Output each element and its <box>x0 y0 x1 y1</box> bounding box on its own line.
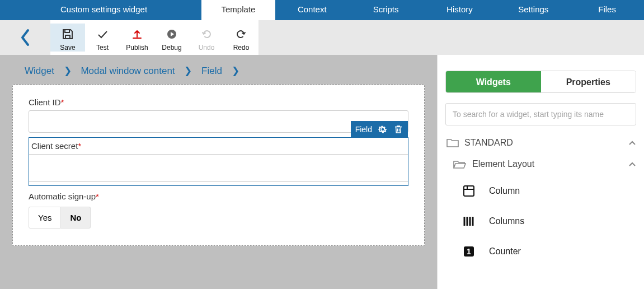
tab-template[interactable]: Template <box>201 0 275 20</box>
counter-icon: 1 <box>459 245 479 258</box>
crumb-modal[interactable]: Modal window content <box>81 66 175 76</box>
auto-signup-toggle: Yes No <box>29 207 408 229</box>
folder-icon <box>446 138 459 148</box>
publish-button[interactable]: Publish <box>120 24 154 52</box>
widget-counter[interactable]: 1 Counter <box>459 236 636 267</box>
toggle-no[interactable]: No <box>61 207 91 229</box>
breadcrumb: Widget ❯ Modal window content ❯ Field ❯ <box>0 55 437 85</box>
column-icon <box>459 184 479 198</box>
widget-search-input[interactable] <box>445 103 636 125</box>
widget-counter-label: Counter <box>489 246 521 257</box>
widget-column[interactable]: Column <box>459 176 636 206</box>
canvas: Widget ❯ Modal window content ❯ Field ❯ … <box>0 55 437 289</box>
svg-rect-2 <box>464 186 474 196</box>
test-button[interactable]: Test <box>85 24 120 52</box>
save-button[interactable]: Save <box>50 24 85 52</box>
tab-history[interactable]: History <box>422 0 496 20</box>
crumb-widget[interactable]: Widget <box>25 66 54 76</box>
client-secret-label: Client secret* <box>31 141 408 151</box>
form-panel: Client ID* Field Client secret* Automati… <box>12 85 425 246</box>
save-icon <box>50 28 85 40</box>
folder-open-icon <box>453 159 467 169</box>
chevron-up-icon <box>628 161 636 167</box>
widget-columns-label: Columns <box>489 216 524 226</box>
auto-signup-label: Automatic sign-up* <box>29 192 408 201</box>
seg-widgets[interactable]: Widgets <box>446 71 541 92</box>
chevron-right-icon: ❯ <box>64 66 72 76</box>
columns-icon <box>459 215 479 228</box>
debug-button[interactable]: Debug <box>154 24 189 52</box>
undo-icon <box>189 28 224 40</box>
group-standard[interactable]: STANDARD Element Layout <box>445 138 636 267</box>
toggle-yes[interactable]: Yes <box>29 207 61 229</box>
seg-properties[interactable]: Properties <box>541 71 636 92</box>
tab-settings[interactable]: Settings <box>496 0 570 20</box>
test-label: Test <box>85 44 120 52</box>
group-layout-label: Element Layout <box>472 159 628 169</box>
redo-button[interactable]: Redo <box>224 24 258 52</box>
svg-text:1: 1 <box>467 247 471 256</box>
client-secret-field[interactable] <box>29 154 408 182</box>
sidebar: Widgets Properties STANDARD Element <box>437 55 644 289</box>
main-area: Widget ❯ Modal window content ❯ Field ❯ … <box>0 55 644 289</box>
crumb-field[interactable]: Field <box>201 66 222 76</box>
selection-tag: Field <box>351 121 408 138</box>
widget-list: Column Columns 1 Counter <box>459 176 636 267</box>
widget-column-label: Column <box>489 186 520 196</box>
toolbar-row: Save Test Publish Debug Undo <box>0 20 644 55</box>
publish-label: Publish <box>120 44 154 52</box>
save-label: Save <box>50 44 85 52</box>
sidebar-segments: Widgets Properties <box>445 71 636 93</box>
trash-icon[interactable] <box>393 124 403 134</box>
chevron-right-icon: ❯ <box>232 66 239 76</box>
top-tabs: Custom settings widget Template Context … <box>0 0 644 20</box>
tab-scripts[interactable]: Scripts <box>349 0 423 20</box>
tab-files[interactable]: Files <box>570 0 644 20</box>
undo-label: Undo <box>189 44 224 52</box>
toolbar: Save Test Publish Debug Undo <box>50 20 258 55</box>
upload-icon <box>120 28 154 40</box>
selection-tag-label: Field <box>355 125 372 134</box>
back-button[interactable] <box>19 28 31 47</box>
widget-columns[interactable]: Columns <box>459 206 636 236</box>
play-circle-icon <box>154 28 189 40</box>
chevron-up-icon <box>628 140 636 146</box>
gear-icon[interactable] <box>378 124 388 134</box>
debug-label: Debug <box>154 44 189 52</box>
check-icon <box>85 28 120 40</box>
group-standard-label: STANDARD <box>464 138 628 148</box>
redo-icon <box>224 28 258 40</box>
undo-button[interactable]: Undo <box>189 24 224 52</box>
selected-field[interactable]: Field Client secret* <box>29 137 408 186</box>
client-id-label: Client ID* <box>29 97 408 107</box>
tab-context[interactable]: Context <box>275 0 349 20</box>
redo-label: Redo <box>224 44 258 52</box>
group-layout[interactable]: Element Layout Column <box>452 159 636 267</box>
chevron-right-icon: ❯ <box>184 66 192 76</box>
app-title: Custom settings widget <box>50 0 201 20</box>
